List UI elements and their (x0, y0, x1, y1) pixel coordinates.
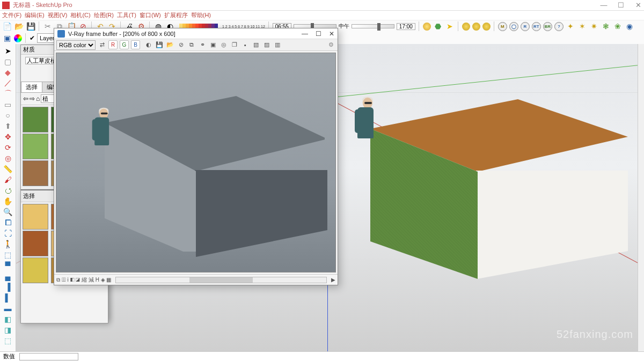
vray-close-button[interactable]: ✕ (329, 30, 334, 38)
material-swatch[interactable] (23, 107, 48, 132)
material-swatch[interactable] (23, 134, 48, 159)
iso-icon[interactable]: ⬚ (2, 250, 14, 260)
vray-light-1[interactable]: ✦ (566, 21, 575, 31)
cut-icon[interactable]: ✂ (43, 21, 53, 31)
vray-proxy-2[interactable]: ❀ (613, 21, 623, 31)
right-icon[interactable]: ▐ (2, 282, 14, 292)
vray-g-button[interactable]: G (120, 40, 129, 49)
vray-load-icon[interactable]: 📂 (166, 41, 174, 49)
vray-minimize-button[interactable]: — (302, 30, 308, 38)
box-right-face[interactable] (476, 171, 629, 321)
vray-render-view[interactable] (56, 53, 336, 272)
face-style-icon[interactable]: ◧ (2, 314, 14, 324)
wireframe-icon[interactable]: ⬚ (2, 336, 14, 345)
vray-track-icon[interactable]: ◎ (219, 41, 228, 49)
time-end[interactable]: 17:00 (397, 23, 415, 30)
vray-maximize-button[interactable]: ☐ (316, 30, 321, 38)
vray-help-icon[interactable]: ? (554, 22, 564, 31)
vray-sphere-2[interactable] (472, 23, 480, 31)
vray-sphere-3[interactable] (482, 23, 491, 31)
rotate-icon[interactable]: ⟳ (2, 143, 14, 152)
vray-frame-icon[interactable]: ▣ (2, 33, 12, 43)
line-icon[interactable]: ／ (2, 78, 14, 88)
vray-proxy-1[interactable]: ❃ (601, 21, 611, 31)
vray-swap-icon[interactable]: ⇄ (98, 41, 106, 49)
vray-correct-icon[interactable]: ▧ (252, 41, 260, 49)
paint2-icon[interactable]: 🖌 (2, 175, 14, 185)
vray-link-icon[interactable]: ⚭ (198, 41, 207, 49)
scale-figure[interactable] (348, 98, 380, 189)
right-scrollbar[interactable] (638, 44, 644, 351)
tape2-icon[interactable]: 📏 (2, 164, 14, 174)
menu-edit[interactable]: 编辑(E) (25, 11, 45, 19)
eraser2-icon[interactable]: ◆ (2, 68, 14, 77)
time-slider-2[interactable] (352, 24, 394, 28)
zoom-window-icon[interactable]: ⧠ (2, 218, 14, 227)
model-box[interactable] (352, 99, 631, 325)
vray-light-2[interactable]: ✶ (577, 21, 587, 31)
top-icon[interactable]: ▀ (2, 261, 14, 270)
select-icon[interactable]: ➤ (2, 46, 14, 56)
menu-view[interactable]: 视图(V) (48, 11, 68, 19)
menu-draw[interactable]: 绘图(R) (94, 11, 114, 19)
left-icon[interactable]: ▬ (2, 304, 14, 313)
sun-icon[interactable] (423, 23, 431, 31)
vray-stop-icon[interactable]: ▪ (241, 41, 250, 49)
vray-save-icon[interactable]: 💾 (155, 41, 164, 49)
mat-fwd-icon[interactable]: ⇨ (30, 95, 35, 102)
menu-tools[interactable]: 工具(T) (117, 11, 136, 19)
materials-tab-select[interactable]: 选择 (21, 82, 42, 92)
vray-duplicate-icon[interactable]: ❐ (230, 41, 239, 49)
back-icon[interactable]: ▌ (2, 293, 14, 303)
maximize-button[interactable]: ☐ (617, 1, 625, 9)
open-icon[interactable]: 📂 (14, 21, 24, 31)
vray-clear-icon[interactable]: ⊘ (177, 41, 185, 49)
xray-icon[interactable]: ◨ (2, 325, 14, 335)
vray-rt-icon[interactable]: RT (532, 22, 541, 31)
offset2-icon[interactable]: ◎ (2, 153, 14, 163)
zoom-icon[interactable]: 🔍 (2, 207, 14, 217)
vray-region-icon[interactable]: ▣ (209, 41, 217, 49)
mat-back-icon[interactable]: ⇦ (23, 95, 28, 102)
layer-check[interactable]: ✔ (30, 34, 35, 42)
pan-icon[interactable]: ✋ (2, 196, 14, 206)
orbit-icon[interactable]: ⭯ (2, 186, 14, 195)
vray-clone-icon[interactable]: ⧉ (187, 41, 196, 49)
wood-swatch[interactable] (23, 231, 48, 256)
vray-settings-icon[interactable]: ⚙ (327, 41, 335, 49)
menu-help[interactable]: 帮助(H) (191, 11, 211, 19)
arc-icon[interactable]: ⌒ (2, 89, 14, 99)
new-icon[interactable]: 📄 (2, 21, 12, 31)
arrow-icon[interactable]: ➤ (445, 21, 455, 31)
wood-swatch[interactable] (23, 204, 48, 230)
vray-scroll-right[interactable]: ▶ (331, 277, 335, 283)
vray-r-icon[interactable]: R (521, 22, 530, 31)
move-icon[interactable]: ✥ (2, 132, 14, 142)
vray-o-icon[interactable]: ◯ (509, 22, 518, 31)
vray-m-icon[interactable]: M (498, 22, 507, 31)
vray-bottom-tools[interactable]: ⧉ ▥ i ◧ ◪ 縮 減 H ◈ ▦ (56, 276, 111, 284)
front-icon[interactable]: ▄ (2, 271, 14, 281)
vray-frame-buffer-window[interactable]: V-Ray frame buffer - [200% of 800 x 600]… (54, 28, 338, 285)
menu-window[interactable]: 窗口(W) (140, 11, 161, 19)
measurement-input[interactable] (19, 353, 78, 360)
vray-curve-icon[interactable]: ▨ (262, 41, 271, 49)
pushpull2-icon[interactable]: ⬆ (2, 121, 14, 131)
vray-b-button[interactable]: B (131, 40, 140, 49)
zoom-extents-icon[interactable]: ⛶ (2, 229, 14, 238)
walk-icon[interactable]: 🚶 (2, 239, 14, 249)
minimize-button[interactable]: — (600, 1, 608, 9)
vray-mono-icon[interactable]: ◐ (144, 41, 153, 49)
menu-file[interactable]: 文件(F) (2, 11, 21, 19)
vray-color-icon[interactable] (14, 34, 22, 42)
shape-icon[interactable]: ▭ (2, 100, 14, 109)
menu-ext[interactable]: 扩展程序 (164, 11, 188, 19)
vray-h-scrollbar[interactable] (115, 277, 327, 283)
vray-hist-icon[interactable]: ▥ (273, 41, 282, 49)
circle-icon[interactable]: ○ (2, 110, 14, 120)
vray-r-button[interactable]: R (108, 40, 118, 49)
vray-light-3[interactable]: ✷ (589, 21, 599, 31)
vray-channel-select[interactable]: RGB color (56, 40, 96, 50)
wood-swatch[interactable] (23, 257, 48, 283)
geo-icon[interactable]: ⬣ (433, 21, 443, 31)
